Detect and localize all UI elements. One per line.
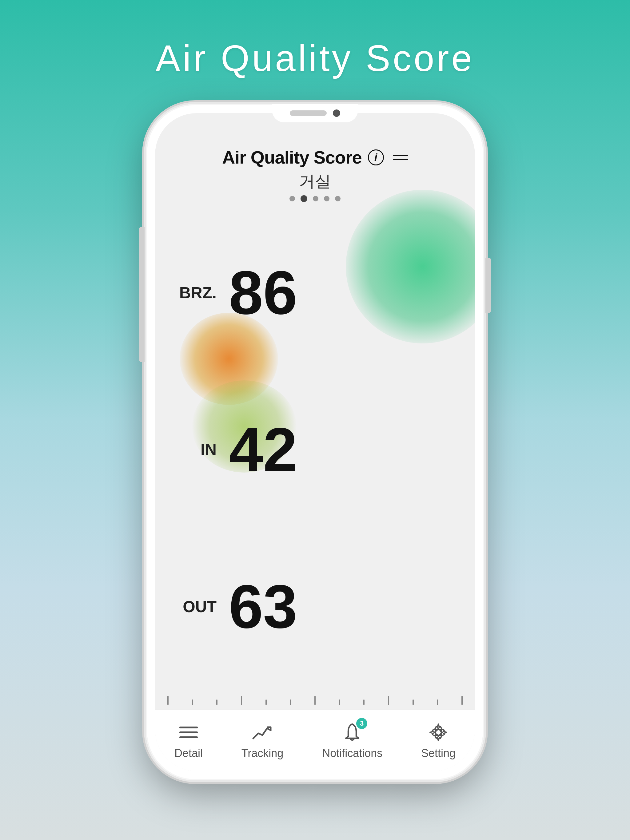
nav-label-setting: Setting bbox=[421, 747, 456, 760]
bottom-nav: Detail Tracking bbox=[155, 710, 475, 771]
score-value-in: 42 bbox=[229, 419, 297, 480]
nav-label-notifications: Notifications bbox=[322, 747, 382, 760]
phone-notch bbox=[272, 104, 358, 122]
bell-icon: 3 bbox=[342, 722, 363, 743]
app-header-title: Air Quality Score bbox=[222, 147, 362, 167]
nav-label-detail: Detail bbox=[174, 747, 203, 760]
phone-shell: Air Quality Score i 거실 bbox=[146, 104, 484, 780]
score-label-in: IN bbox=[174, 440, 217, 459]
dot-5[interactable] bbox=[335, 196, 340, 201]
dot-2[interactable] bbox=[301, 195, 307, 202]
score-value-brz: 86 bbox=[229, 262, 297, 324]
nav-item-setting[interactable]: Setting bbox=[409, 718, 468, 763]
info-button[interactable]: i bbox=[368, 149, 384, 166]
nav-item-tracking[interactable]: Tracking bbox=[229, 718, 296, 763]
ruler-tick bbox=[413, 699, 414, 705]
dot-1[interactable] bbox=[290, 196, 295, 201]
ruler-tick bbox=[339, 699, 340, 705]
ruler bbox=[155, 691, 475, 710]
score-value-out: 63 bbox=[229, 576, 297, 637]
ruler-tick bbox=[363, 699, 364, 705]
nav-label-tracking: Tracking bbox=[242, 747, 283, 760]
chart-icon bbox=[252, 722, 273, 743]
ruler-tick bbox=[461, 696, 463, 705]
notification-badge: 3 bbox=[356, 718, 367, 729]
dot-3[interactable] bbox=[313, 196, 318, 201]
score-label-out: OUT bbox=[174, 597, 217, 616]
svg-point-0 bbox=[435, 729, 442, 736]
ruler-tick bbox=[388, 696, 389, 705]
app-header: Air Quality Score i bbox=[155, 138, 475, 171]
score-row-brz: BRZ. 86 bbox=[174, 262, 456, 324]
score-label-brz: BRZ. bbox=[174, 284, 217, 302]
menu-button[interactable] bbox=[393, 155, 408, 160]
notch-camera bbox=[333, 109, 340, 117]
phone-mockup: Air Quality Score i 거실 bbox=[146, 104, 484, 780]
scores-area: BRZ. 86 IN 42 OUT 63 bbox=[155, 208, 475, 691]
app-content: Air Quality Score i 거실 bbox=[155, 113, 475, 771]
dot-4[interactable] bbox=[324, 196, 329, 201]
room-label: 거실 bbox=[155, 171, 475, 192]
page-dots bbox=[155, 195, 475, 202]
score-row-out: OUT 63 bbox=[174, 576, 456, 637]
ruler-tick bbox=[437, 699, 438, 705]
notch-speaker bbox=[290, 111, 327, 116]
ruler-tick bbox=[167, 696, 169, 705]
gear-icon bbox=[427, 722, 449, 743]
ruler-tick bbox=[314, 696, 316, 705]
phone-screen: Air Quality Score i 거실 bbox=[155, 113, 475, 771]
nav-item-detail[interactable]: Detail bbox=[162, 718, 215, 763]
ruler-tick bbox=[266, 699, 267, 705]
ruler-tick bbox=[241, 696, 242, 705]
page-title: Air Quality Score bbox=[156, 37, 474, 79]
ruler-tick bbox=[216, 699, 217, 705]
nav-item-notifications[interactable]: 3 Notifications bbox=[310, 718, 395, 763]
ruler-tick bbox=[290, 699, 291, 705]
list-icon bbox=[178, 722, 199, 743]
score-row-in: IN 42 bbox=[174, 419, 456, 480]
ruler-tick bbox=[192, 699, 193, 705]
